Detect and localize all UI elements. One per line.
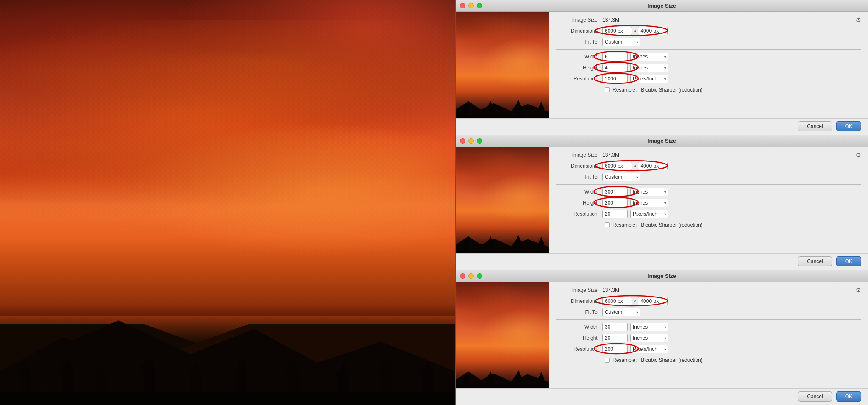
close-button-3[interactable] (460, 273, 465, 279)
image-size-row-1: Image Size: 137.3M ⚙ (556, 15, 861, 25)
resolution-unit-1[interactable]: Pixels/Inch (630, 75, 668, 83)
dimensions-label-1: Dimensions: (556, 28, 602, 34)
height-input-3[interactable]: 20 (602, 334, 628, 342)
sep-2 (556, 184, 861, 185)
dimensions-width-input-2[interactable]: 6000 px (602, 162, 632, 170)
thumb-tree-silhouette-2 (456, 227, 549, 253)
ok-button-3[interactable]: OK (836, 391, 861, 402)
image-size-row-2: Image Size: 137.3M ⚙ (556, 150, 861, 160)
image-size-label-3: Image Size: (556, 287, 602, 293)
ok-button-1[interactable]: OK (836, 121, 861, 131)
minimize-button-1[interactable] (468, 3, 474, 8)
resolution-input-2[interactable]: 20 (602, 210, 628, 218)
dialog-panel-2: Image Size (456, 135, 868, 270)
ok-button-2[interactable]: OK (836, 256, 861, 266)
window-controls-3 (460, 273, 482, 279)
height-label-2: Height: (556, 200, 602, 206)
cancel-button-1[interactable]: Cancel (798, 121, 832, 131)
width-row-2: Width: 300 Inches (556, 187, 861, 197)
image-size-label-1: Image Size: (556, 17, 602, 23)
dialog-content-1: Image Size: 137.3M ⚙ Dimensions: 6000 px… (456, 12, 868, 118)
height-input-2[interactable]: 200 (602, 199, 628, 207)
height-unit-3[interactable]: Inches (630, 334, 668, 342)
fit-to-row-1: Fit To: Custom (556, 37, 861, 47)
width-input-3[interactable]: 30 (602, 323, 628, 331)
close-button-2[interactable] (460, 138, 465, 144)
close-button-1[interactable] (460, 3, 465, 8)
width-unit-2[interactable]: Inches (630, 188, 668, 196)
fit-to-row-3: Fit To: Custom (556, 308, 861, 317)
height-label-1: Height: (556, 65, 602, 71)
gear-icon-3[interactable]: ⚙ (856, 287, 861, 294)
height-unit-1[interactable]: Inches (630, 64, 668, 72)
fit-to-dropdown-1[interactable]: Custom (602, 38, 640, 46)
dimensions-x-2: × (634, 164, 636, 169)
dimensions-x-1: × (634, 28, 636, 33)
svg-rect-38 (0, 392, 455, 405)
maximize-button-2[interactable] (477, 138, 482, 144)
minimize-button-3[interactable] (468, 273, 474, 279)
tree-silhouette (0, 283, 455, 405)
resolution-label-1: Resolution: (556, 76, 602, 82)
cancel-button-2[interactable]: Cancel (798, 256, 832, 266)
dialog-content-2: Image Size: 137.3M ⚙ Dimensions: 6000 px… (456, 147, 868, 253)
dimensions-height-input-1[interactable]: 4000 px (638, 27, 668, 35)
height-label-3: Height: (556, 335, 602, 341)
sep-1 (556, 49, 861, 50)
dimensions-row-2: Dimensions: 6000 px × 4000 px (556, 161, 861, 171)
width-input-2[interactable]: 300 (602, 188, 628, 196)
settings-1: Image Size: 137.3M ⚙ Dimensions: 6000 px… (549, 12, 868, 118)
gear-icon-2[interactable]: ⚙ (856, 152, 861, 158)
width-label-2: Width: (556, 189, 602, 195)
image-size-label-2: Image Size: (556, 152, 602, 158)
cancel-button-3[interactable]: Cancel (798, 391, 832, 402)
svg-rect-51 (456, 115, 549, 118)
dimensions-height-input-3[interactable]: 4000 px (638, 297, 668, 305)
fit-to-dropdown-2[interactable]: Custom (602, 173, 640, 181)
thumb-tree-silhouette-1 (456, 92, 549, 118)
dialog-buttons-2: Cancel OK (456, 253, 868, 270)
dimensions-width-input-3[interactable]: 6000 px (602, 297, 632, 305)
title-bar-2: Image Size (456, 135, 868, 147)
width-unit-3[interactable]: Inches (630, 323, 668, 331)
dialog-panel-3: Image Size (456, 270, 868, 405)
width-row-1: Width: 6 Inches (556, 52, 861, 61)
height-unit-2[interactable]: Inches (630, 199, 668, 207)
thumbnail-1 (456, 12, 549, 118)
resolution-input-3[interactable]: 200 (602, 345, 628, 353)
resample-row-1: Resample: Bicubic Sharper (reduction) (556, 85, 861, 94)
gear-icon-1[interactable]: ⚙ (856, 17, 861, 23)
maximize-button-3[interactable] (477, 273, 482, 279)
title-bar-1: Image Size (456, 0, 868, 12)
resample-text-1: Resample: (612, 87, 637, 93)
image-size-value-1: 137.3M (602, 17, 619, 23)
resample-checkbox-3[interactable] (605, 358, 610, 363)
svg-rect-68 (456, 250, 549, 253)
resolution-unit-2[interactable]: Pixels/Inch (630, 210, 668, 218)
resample-checkbox-1[interactable] (605, 87, 610, 92)
settings-2: Image Size: 137.3M ⚙ Dimensions: 6000 px… (549, 147, 868, 253)
resample-value-2: Bicubic Sharper (reduction) (641, 222, 702, 228)
width-label-1: Width: (556, 54, 602, 60)
resolution-input-1[interactable]: 1000 (602, 75, 628, 83)
maximize-button-1[interactable] (477, 3, 482, 8)
width-input-1[interactable]: 6 (602, 53, 628, 61)
dimensions-label-3: Dimensions: (556, 298, 602, 304)
dimensions-width-input-1[interactable]: 6000 px (602, 27, 632, 35)
dialog-title-1: Image Size (648, 3, 676, 9)
dialog-buttons-3: Cancel OK (456, 388, 868, 405)
width-unit-1[interactable]: Inches (630, 53, 668, 61)
resolution-row-1: Resolution: 1000 Pixels/Inch (556, 74, 861, 83)
resolution-unit-3[interactable]: Pixels/Inch (630, 345, 668, 353)
dialog-panel-1: Image Size (456, 0, 868, 135)
minimize-button-2[interactable] (468, 138, 474, 144)
window-controls-1 (460, 3, 482, 8)
dialog-title-3: Image Size (648, 273, 676, 279)
width-label-3: Width: (556, 324, 602, 330)
resample-checkbox-2[interactable] (605, 222, 610, 227)
fit-to-dropdown-3[interactable]: Custom (602, 308, 640, 316)
dimensions-height-input-2[interactable]: 4000 px (638, 162, 668, 170)
dimensions-x-3: × (634, 299, 636, 304)
thumb-tree-silhouette-3 (456, 362, 549, 388)
height-input-1[interactable]: 4 (602, 64, 628, 72)
